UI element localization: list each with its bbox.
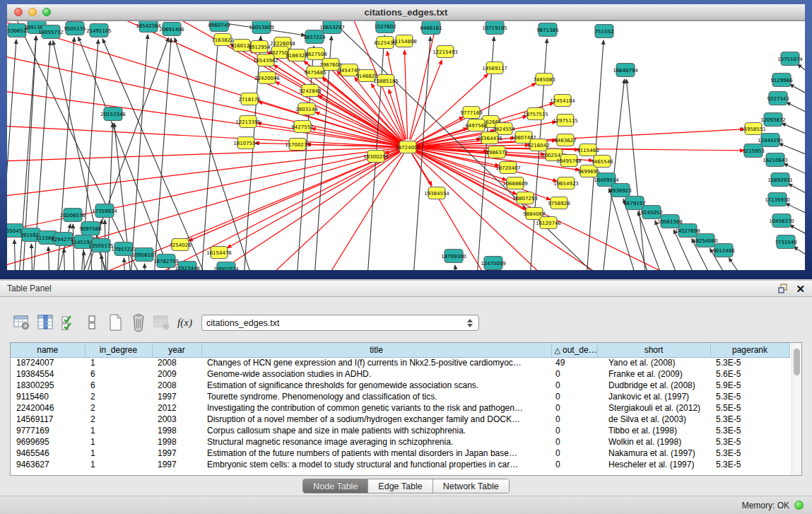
edge[interactable] (729, 258, 763, 270)
edge[interactable] (789, 84, 805, 97)
selected-edge[interactable] (189, 150, 401, 241)
table-cell[interactable]: 0 (551, 380, 597, 391)
graph-node[interactable]: 9505135 (64, 22, 86, 35)
graph-node[interactable]: 17359924 (92, 204, 117, 218)
graph-node[interactable]: 9115460 (577, 144, 599, 156)
table-cell[interactable]: 2 (85, 402, 152, 414)
table-cell[interactable]: 6 (85, 368, 152, 380)
column-header-in_degree[interactable]: in_degree (85, 343, 152, 357)
table-cell[interactable]: Changes of HCN gene expression and I(f) … (201, 357, 551, 368)
graph-node[interactable]: 8960749 (208, 21, 230, 32)
graph-node[interactable]: 6216042 (527, 139, 549, 151)
table-row[interactable]: 1830029562008Estimation of significance … (11, 380, 789, 391)
table-row[interactable]: 946554611997Estimation of the future num… (11, 448, 789, 459)
table-cell[interactable]: 5.3E-5 (710, 425, 789, 436)
graph-node[interactable]: 20206576 (60, 209, 86, 222)
edge[interactable] (64, 248, 66, 270)
function-builder-icon[interactable]: f(x) (173, 311, 196, 334)
table-cell[interactable]: Wolkin et al. (1998) (597, 436, 710, 448)
table-cell[interactable]: 0 (551, 414, 597, 425)
column-header-short[interactable]: short (597, 343, 710, 357)
edge[interactable] (129, 35, 148, 270)
table-selector-dropdown[interactable]: citations_edges.txt (201, 315, 479, 331)
graph-node[interactable]: 9827508 (305, 48, 326, 60)
graph-node[interactable]: 9465546 (591, 156, 613, 168)
graph-node[interactable]: 10688609 (502, 177, 528, 189)
table-cell[interactable]: 0 (551, 402, 597, 414)
graph-node[interactable]: 9857224 (303, 30, 326, 44)
table-cell[interactable]: 18300295 (11, 380, 85, 391)
table-cell[interactable]: Hescheler et al. (1997) (597, 459, 710, 470)
table-row[interactable]: 969969511998Structural magnetic resonanc… (11, 436, 789, 448)
graph-node[interactable]: 751552 (595, 25, 614, 38)
table-cell[interactable]: Estimation of the future numbers of pati… (201, 448, 551, 459)
table-cell[interactable]: Tourette syndrome. Phenomenology and cla… (201, 391, 551, 402)
table-cell[interactable]: Estimation of significance thresholds fo… (201, 380, 551, 391)
selected-edge[interactable] (7, 46, 400, 146)
graph-node[interactable]: 19654923 (553, 177, 579, 189)
table-cell[interactable]: 2008 (152, 380, 201, 391)
edge[interactable] (787, 103, 805, 115)
graph-node[interactable]: 15892931 (767, 173, 793, 187)
graph-node[interactable]: 13505135 (88, 239, 114, 252)
graph-node[interactable]: 7254026 (169, 239, 192, 251)
selected-edge[interactable] (413, 153, 572, 270)
table-cell[interactable]: 9777169 (11, 425, 85, 436)
edge[interactable] (794, 247, 805, 259)
table-cell[interactable]: 1997 (152, 391, 201, 402)
table-cell[interactable]: Franke et al. (2009) (597, 368, 710, 380)
graph-node[interactable]: 17135930 (765, 193, 790, 206)
graph-node[interactable]: 20691406 (159, 23, 184, 36)
table-cell[interactable]: Embryonic stem cells: a model to study s… (201, 459, 551, 470)
table-cell[interactable]: 19384554 (11, 368, 85, 380)
graph-node[interactable]: 19384554 (424, 187, 449, 199)
table-cell[interactable]: 9115460 (11, 391, 85, 402)
table-cell[interactable]: 5.3E-5 (710, 414, 789, 425)
graph-node[interactable]: 9227343 (767, 92, 789, 105)
graph-node[interactable]: 6497568 (465, 119, 487, 132)
column-header-out_de[interactable]: △out_de… (551, 343, 597, 357)
table-cell[interactable]: 1997 (152, 448, 201, 459)
tab-node-table[interactable]: Node Table (303, 479, 367, 493)
graph-node[interactable]: 14569117 (482, 62, 507, 74)
table-cell[interactable]: Disruption of a novel member of a sodium… (201, 414, 551, 425)
graph-node[interactable]: 9097588 (79, 222, 101, 235)
table-cell[interactable]: Tibbo et al. (1998) (597, 425, 710, 436)
row-height-icon[interactable] (80, 311, 103, 334)
table-row[interactable]: 1456911722003Disruption of a novel membe… (11, 414, 789, 425)
table-cell[interactable]: 1 (85, 436, 152, 448)
table-scrollbar[interactable] (792, 343, 801, 475)
graph-node[interactable]: 12975115 (553, 115, 578, 127)
column-header-year[interactable]: year (152, 343, 201, 357)
edge[interactable] (145, 264, 146, 270)
table-settings-icon[interactable] (10, 311, 33, 334)
table-cell[interactable]: Investigating the contribution of common… (201, 402, 551, 414)
table-cell[interactable]: 1997 (152, 459, 201, 470)
graph-node[interactable]: 9242848 (299, 85, 321, 97)
table-cell[interactable]: 5.3E-5 (710, 391, 789, 402)
new-table-icon[interactable] (103, 311, 126, 334)
graph-node[interactable]: 10719195 (482, 21, 507, 35)
table-cell[interactable]: 18724007 (11, 357, 85, 368)
table-cell[interactable]: 9699695 (11, 436, 85, 448)
selected-edge[interactable] (170, 151, 401, 270)
tab-edge-table[interactable]: Edge Table (367, 479, 432, 493)
close-panel-icon[interactable]: ✕ (796, 284, 805, 294)
table-cell[interactable]: Corpus callosum shape and size in male p… (201, 425, 551, 436)
table-cell[interactable]: 9463627 (11, 459, 85, 470)
table-cell[interactable]: 5.3E-5 (710, 459, 789, 470)
graph-node[interactable]: 12215493 (433, 46, 458, 58)
edge[interactable] (48, 247, 50, 270)
table-cell[interactable]: Yano et al. (2008) (597, 357, 710, 368)
edge[interactable] (797, 64, 805, 76)
graph-node[interactable]: 12093872 (760, 113, 786, 127)
network-window-titlebar[interactable]: citations_edges.txt (7, 4, 805, 21)
column-header-title[interactable]: title (201, 343, 551, 357)
table-cell[interactable]: 5.6E-5 (710, 368, 789, 380)
table-cell[interactable]: 5.3E-5 (710, 448, 789, 459)
graph-node[interactable]: 18799300 (441, 250, 466, 263)
table-cell[interactable]: 5.3E-5 (710, 357, 789, 368)
graph-node[interactable]: 21491105 (86, 24, 112, 37)
tab-network-table[interactable]: Network Table (433, 479, 509, 493)
table-row[interactable]: 977716911998Corpus callosum shape and si… (11, 425, 789, 436)
